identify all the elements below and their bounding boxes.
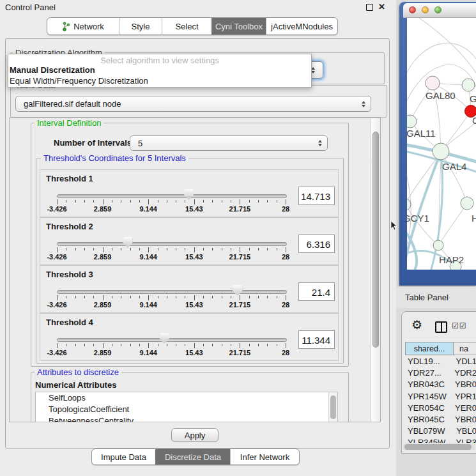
table-row[interactable]: YBR045CYBR0	[405, 414, 476, 426]
popup-item-equal-width-frequency[interactable]: Equal Width/Frequency Discretization	[8, 76, 311, 87]
tab-discretize-data[interactable]: Discretize Data	[155, 449, 230, 464]
slider-tick	[148, 295, 149, 300]
attribute-item[interactable]: BetweennessCentrality	[36, 415, 337, 422]
slider-tick	[112, 344, 112, 346]
slider-track[interactable]	[57, 242, 287, 246]
node-label: GCY1	[407, 213, 429, 224]
network-node-h[interactable]	[461, 197, 473, 210]
scrollbar-thumb[interactable]	[404, 444, 472, 450]
slider-tick	[139, 344, 140, 346]
table-row[interactable]: YBL079WYBL0	[405, 426, 476, 437]
slider-tick-label: 2.859	[83, 253, 123, 261]
slider-tick-label: 28	[266, 349, 305, 357]
network-node[interactable]	[462, 79, 475, 91]
slider-handle[interactable]	[184, 189, 194, 200]
threshold-value-field[interactable]: 6.316	[298, 234, 335, 253]
table-row[interactable]: YBR043CYBR0	[405, 379, 476, 390]
scrollbar-thumb[interactable]	[372, 132, 379, 348]
slider-tick	[167, 296, 167, 298]
gear-icon[interactable]: ⚙	[411, 318, 422, 332]
number-of-intervals-value: 5	[130, 139, 142, 148]
slider-tick	[267, 344, 268, 346]
network-node-hap2[interactable]	[433, 240, 443, 250]
network-node-gal4[interactable]	[433, 143, 449, 160]
minimize-traffic-light-icon[interactable]	[422, 6, 429, 13]
tab-jactivemnodules[interactable]: jActiveMNodules	[266, 18, 337, 35]
network-canvas[interactable]: GAL80GAL11GAL4GCY1HHAP2GC	[407, 18, 476, 270]
top-tab-bar: Network Style Select Cyni Toolbox jActiv…	[47, 17, 338, 35]
number-of-intervals-combobox[interactable]: 5	[130, 135, 328, 151]
slider-tick	[158, 296, 158, 298]
slider-tick-label: -3.426	[37, 253, 77, 261]
slider-tick	[93, 344, 94, 346]
zoom-traffic-light-icon[interactable]	[434, 6, 441, 13]
tab-select[interactable]: Select	[162, 18, 211, 35]
table-row[interactable]: YDR27...YDR2	[405, 367, 476, 379]
slider-tick-label: 15.43	[174, 349, 214, 357]
slider-tick	[167, 200, 167, 203]
close-traffic-light-icon[interactable]	[409, 6, 416, 13]
network-node-gal11[interactable]	[407, 115, 417, 128]
slider-handle[interactable]	[233, 285, 242, 296]
table-row[interactable]: YPR145WYPR1	[405, 391, 476, 403]
slider-tick	[139, 200, 140, 203]
tab-impute-data[interactable]: Impute Data	[92, 449, 155, 464]
slider-track[interactable]	[57, 194, 287, 198]
popup-item-manual-discretization[interactable]: Manual Discretization	[8, 65, 311, 76]
cell-name: YDR2	[451, 367, 476, 379]
slider-tick-label: 28	[266, 205, 305, 213]
split-columns-icon[interactable]	[435, 321, 447, 333]
column-header-name[interactable]: na	[453, 342, 476, 355]
slider-tick	[167, 344, 167, 346]
tab-label: Infer Network	[240, 452, 289, 462]
tab-cyni-toolbox[interactable]: Cyni Toolbox	[211, 18, 266, 35]
threshold-value-field[interactable]: 21.4	[298, 282, 335, 301]
checkbox-icons[interactable]: ☑☑	[452, 321, 467, 330]
slider-handle[interactable]	[160, 333, 169, 344]
table-row[interactable]: YER054CYER0	[405, 403, 476, 414]
column-header-shared[interactable]: shared...	[405, 342, 454, 355]
algorithm-dropdown-popup: Select algorithm to view settings Manual…	[8, 54, 312, 88]
slider-track[interactable]	[57, 290, 287, 294]
list-scrollbar[interactable]	[328, 392, 337, 422]
slider-tick-label: 21.715	[220, 349, 259, 357]
table-row[interactable]: YLR345WYLR3	[405, 437, 476, 443]
slider-track[interactable]	[57, 338, 287, 342]
tab-infer-network[interactable]: Infer Network	[230, 449, 299, 464]
tab-label: Discretize Data	[165, 452, 221, 462]
numerical-attributes-list[interactable]: SelfLoopsTopologicalCoefficientBetweenne…	[35, 392, 338, 422]
table-row[interactable]: YDL19...YDL1	[405, 356, 476, 367]
slider-tick	[75, 344, 76, 346]
slider-tick	[240, 295, 240, 300]
slider-tick	[103, 199, 104, 204]
cell-shared-name: YBL079W	[405, 426, 453, 437]
attributes-group-title: Attributes to discretize	[35, 367, 121, 377]
slider-tick	[84, 200, 85, 203]
threshold-value-field[interactable]: 11.344	[298, 330, 335, 349]
slider-tick	[240, 199, 240, 204]
scrollbar-thumb[interactable]	[330, 395, 336, 419]
slider-tick	[66, 248, 66, 250]
close-icon[interactable]: ✕	[378, 2, 385, 12]
network-window-titlebar[interactable]	[403, 3, 476, 18]
tab-style[interactable]: Style	[119, 18, 162, 35]
slider-tick	[57, 199, 58, 204]
network-node-gal80[interactable]	[426, 76, 440, 90]
network-view-window: GAL80GAL11GAL4GCY1HHAP2GC	[399, 2, 476, 286]
slider-tick	[57, 295, 58, 300]
slider-tick	[222, 344, 222, 346]
slider-tick	[130, 248, 131, 250]
threshold-label: Threshold 3	[46, 270, 93, 279]
float-window-icon[interactable]	[366, 4, 373, 11]
table-data-combobox[interactable]: galFiltered.sif default node	[15, 96, 371, 112]
slider-handle[interactable]	[123, 237, 132, 248]
attribute-item[interactable]: SelfLoops	[36, 392, 337, 404]
apply-button[interactable]: Apply	[171, 428, 219, 442]
slider-tick	[267, 200, 268, 203]
slider-tick	[277, 296, 277, 298]
vertical-scrollbar[interactable]	[371, 118, 380, 422]
threshold-value-field[interactable]: 14.713	[298, 187, 335, 205]
attribute-item[interactable]: TopologicalCoefficient	[36, 404, 337, 415]
tab-network[interactable]: Network	[47, 18, 119, 35]
horizontal-scrollbar[interactable]	[403, 443, 475, 450]
